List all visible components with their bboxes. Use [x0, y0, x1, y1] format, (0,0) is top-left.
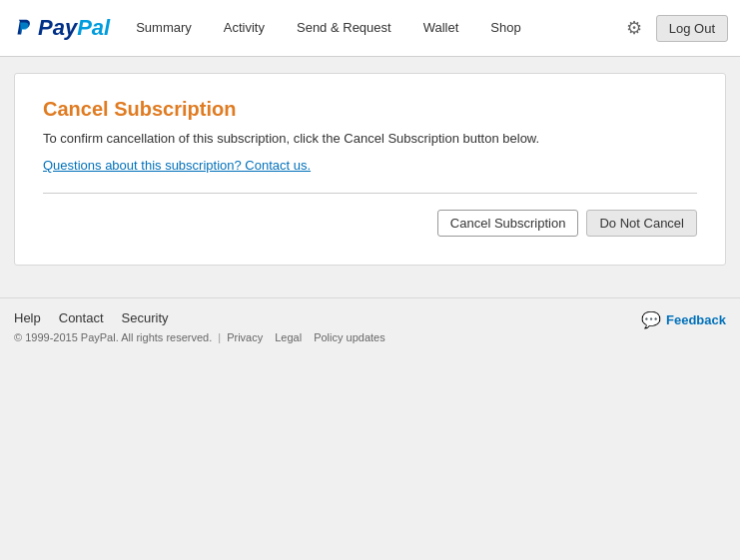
footer-contact[interactable]: Contact — [59, 310, 104, 325]
cancel-subscription-button[interactable]: Cancel Subscription — [437, 210, 579, 237]
nav-send-request[interactable]: Send & Request — [281, 0, 407, 57]
card-title: Cancel Subscription — [43, 98, 697, 121]
logout-button[interactable]: Log Out — [656, 15, 728, 42]
header: PayPal Summary Activity Send & Request W… — [0, 0, 740, 57]
settings-button[interactable]: ⚙ — [620, 11, 648, 45]
footer-links: Help Contact Security — [14, 310, 385, 325]
footer-sub-links: Privacy Legal Policy updates — [227, 331, 385, 343]
card-description: To confirm cancellation of this subscrip… — [43, 131, 697, 146]
feedback-label: Feedback — [666, 312, 726, 327]
main-content: Cancel Subscription To confirm cancellat… — [0, 57, 740, 281]
main-nav: Summary Activity Send & Request Wallet S… — [120, 0, 620, 57]
footer-separator: | — [218, 331, 221, 343]
card-divider — [43, 193, 697, 194]
footer-bottom: © 1999-2015 PayPal. All rights reserved.… — [14, 331, 385, 343]
nav-activity[interactable]: Activity — [208, 0, 281, 57]
paypal-logo-icon — [12, 17, 34, 39]
footer-privacy[interactable]: Privacy — [227, 331, 263, 343]
do-not-cancel-button[interactable]: Do Not Cancel — [586, 210, 697, 237]
cancel-subscription-card: Cancel Subscription To confirm cancellat… — [14, 73, 726, 266]
copyright-text: © 1999-2015 PayPal. All rights reserved. — [14, 331, 212, 343]
card-actions: Cancel Subscription Do Not Cancel — [43, 210, 697, 237]
nav-shop[interactable]: Shop — [474, 0, 536, 57]
footer-legal[interactable]: Legal — [275, 331, 302, 343]
nav-wallet[interactable]: Wallet — [407, 0, 475, 57]
feedback-button[interactable]: 💬 Feedback — [641, 310, 726, 329]
feedback-icon: 💬 — [641, 310, 661, 329]
paypal-logo: PayPal — [12, 15, 110, 41]
header-right: ⚙ Log Out — [620, 11, 728, 45]
footer-policy-updates[interactable]: Policy updates — [314, 331, 385, 343]
logo-pay: Pay — [38, 15, 77, 41]
footer-security[interactable]: Security — [122, 310, 169, 325]
footer-help[interactable]: Help — [14, 310, 41, 325]
gear-icon: ⚙ — [626, 18, 642, 38]
contact-us-link[interactable]: Questions about this subscription? Conta… — [43, 158, 311, 173]
nav-summary[interactable]: Summary — [120, 0, 208, 57]
logo-pal: Pal — [77, 15, 110, 41]
footer: Help Contact Security © 1999-2015 PayPal… — [0, 297, 740, 349]
